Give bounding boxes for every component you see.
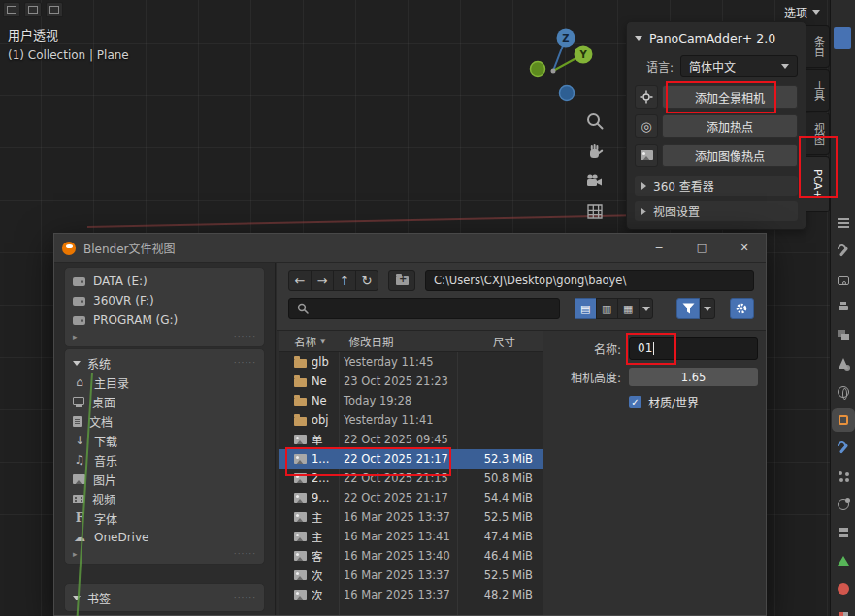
sidebar-item-desktop[interactable]: 桌面: [65, 392, 264, 411]
add-image-hotspot-icon-button[interactable]: [635, 144, 658, 167]
expand-icon[interactable]: ▸: [73, 549, 78, 559]
column-header-name[interactable]: 名称 ▼: [294, 334, 325, 349]
sidebar-item-pictures[interactable]: 图片: [65, 470, 264, 489]
back-button[interactable]: ←: [288, 270, 312, 291]
properties-tab-modifiers[interactable]: [836, 440, 851, 456]
properties-tab-output[interactable]: [836, 300, 851, 315]
properties-tab-editor[interactable]: [836, 215, 851, 231]
close-button[interactable]: ✕: [723, 234, 766, 263]
file-row[interactable]: glbYesterday 11:45: [279, 352, 543, 372]
create-directory-button[interactable]: [388, 270, 415, 291]
expand-icon[interactable]: ▸: [73, 332, 78, 341]
add-camera-icon-button[interactable]: [635, 85, 658, 109]
desktop-icon: [73, 397, 84, 405]
properties-tab-render[interactable]: [836, 272, 851, 287]
window-titlebar[interactable]: Blender文件视图 ─ □ ✕: [54, 234, 766, 263]
bookmarks-panel-header[interactable]: 书签 ······: [65, 588, 264, 607]
display-mode-thumbnails-button[interactable]: ▦: [617, 298, 640, 319]
volume-item[interactable]: DATA (E:): [65, 272, 264, 291]
properties-tab-object-data[interactable]: [836, 553, 851, 568]
sidebar-item-video[interactable]: 视频: [65, 489, 264, 508]
sidebar-item-fonts[interactable]: F字体: [65, 508, 264, 528]
add-hotspot-button[interactable]: 添加热点: [662, 114, 798, 138]
file-row[interactable]: Ne23 Oct 2025 21:23: [279, 372, 543, 391]
search-input[interactable]: [288, 298, 560, 319]
properties-tab-scene[interactable]: [836, 356, 851, 372]
system-panel-header[interactable]: 系统 ······: [65, 353, 264, 373]
file-row[interactable]: 单22 Oct 2025 09:45: [279, 430, 543, 449]
section-view-settings[interactable]: 视图设置: [635, 201, 798, 221]
add-image-hotspot-button[interactable]: 添加图像热点: [662, 144, 798, 167]
section-360-viewer[interactable]: 360 查看器: [635, 176, 798, 196]
refresh-button[interactable]: ↻: [355, 270, 378, 291]
file-row[interactable]: 主16 Mar 2025 13:3752.5 MiB: [279, 507, 543, 527]
display-mode-list-horizontal-button[interactable]: ▥: [596, 298, 618, 319]
properties-tab-texture[interactable]: [836, 609, 851, 616]
sidebar-item-home[interactable]: ⌂主目录: [65, 373, 264, 392]
panel-header[interactable]: PanoCamAdder+ 2.0: [635, 28, 798, 48]
add-hotspot-icon-button[interactable]: ◎: [635, 114, 658, 138]
material-world-checkbox[interactable]: ✓: [629, 396, 641, 408]
minimize-button[interactable]: ─: [638, 234, 680, 263]
file-row[interactable]: NeToday 19:28: [279, 391, 543, 410]
file-row[interactable]: objYesterday 11:41: [279, 410, 543, 430]
display-mode-list-vertical-button[interactable]: ▤: [575, 298, 597, 319]
display-mode-dropdown[interactable]: [639, 298, 653, 319]
options-menu[interactable]: 选项: [780, 2, 824, 22]
maximize-button[interactable]: □: [680, 234, 723, 263]
properties-tab-material[interactable]: [836, 581, 851, 597]
column-header-size[interactable]: 尺寸: [493, 334, 515, 349]
properties-tab-constraints[interactable]: [836, 525, 851, 540]
pan-tool-button[interactable]: [582, 139, 608, 164]
drag-handle-icon[interactable]: ······: [234, 593, 256, 602]
filter-button[interactable]: [676, 298, 700, 319]
file-name-input[interactable]: 01: [629, 337, 758, 360]
properties-tab-view-layer[interactable]: [836, 328, 851, 343]
sidebar-item-documents[interactable]: 文档: [65, 411, 264, 431]
properties-tab-world[interactable]: [836, 384, 851, 400]
npanel-tab-view[interactable]: 视图: [806, 113, 830, 155]
camera-height-field[interactable]: 1.65: [629, 368, 758, 386]
npanel-tab-tool[interactable]: 工具: [806, 69, 830, 112]
volume-item[interactable]: PROGRAM (G:): [65, 310, 264, 330]
file-row[interactable]: 客16 Mar 2025 13:4046.4 MiB: [279, 546, 543, 566]
viewport-overlays-icon[interactable]: [46, 2, 63, 17]
sidebar-item-download[interactable]: ↓下载: [65, 431, 264, 450]
camera-view-button[interactable]: [582, 169, 608, 194]
properties-editor-type-icon[interactable]: [834, 27, 851, 49]
file-row[interactable]: 9...22 Oct 2025 21:1754.4 MiB: [279, 488, 543, 507]
filter-dropdown[interactable]: [700, 298, 714, 319]
forward-button[interactable]: →: [311, 270, 334, 291]
up-button[interactable]: ↑: [333, 270, 356, 291]
add-panorama-camera-button[interactable]: 添加全景相机: [662, 85, 798, 109]
navigation-gizmo[interactable]: Z Y: [522, 25, 611, 107]
column-header-date[interactable]: 修改日期: [348, 334, 393, 349]
drag-handle-icon[interactable]: ······: [234, 549, 256, 559]
properties-tab-particles[interactable]: [836, 469, 851, 484]
toggle-grid-button[interactable]: [582, 199, 608, 224]
sidebar-item-cloud[interactable]: ☁OneDrive: [65, 528, 264, 547]
npanel-tab-item[interactable]: 条目: [806, 25, 830, 68]
file-row[interactable]: 1...22 Oct 2025 21:1752.3 MiB: [279, 449, 543, 469]
editor-type-icon[interactable]: [3, 2, 20, 17]
volume-item[interactable]: 360VR (F:): [65, 291, 264, 310]
properties-tab-physics[interactable]: [836, 497, 851, 512]
volumes-panel: DATA (E:)360VR (F:)PROGRAM (G:) ▸ ······: [64, 267, 265, 347]
viewport-shading-icon[interactable]: [24, 2, 42, 17]
path-field[interactable]: C:\Users\CXJ\Desktop\gong\baoye\: [425, 270, 754, 291]
properties-tab-object[interactable]: [836, 412, 851, 428]
properties-tab-tool[interactable]: [836, 243, 851, 259]
gizmo-neg-y-axis[interactable]: [531, 62, 545, 77]
sidebar-item-music[interactable]: ♫音乐: [65, 450, 264, 470]
gizmo-neg-z-axis[interactable]: [560, 86, 575, 101]
filter-settings-button[interactable]: [730, 298, 754, 319]
drag-handle-icon[interactable]: ······: [234, 332, 256, 341]
npanel-tab-pca[interactable]: PCA+: [806, 156, 830, 212]
file-row[interactable]: 次16 Mar 2025 13:3748.2 MiB: [279, 585, 543, 604]
language-dropdown[interactable]: 简体中文: [680, 55, 798, 77]
file-row[interactable]: 主16 Mar 2025 13:4147.4 MiB: [279, 527, 543, 546]
file-row[interactable]: 2...22 Oct 2025 21:1550.8 MiB: [279, 469, 543, 488]
zoom-tool-button[interactable]: [582, 109, 608, 134]
file-row[interactable]: 次16 Mar 2025 13:3752.5 MiB: [279, 566, 543, 585]
drag-handle-icon[interactable]: ······: [234, 358, 256, 368]
